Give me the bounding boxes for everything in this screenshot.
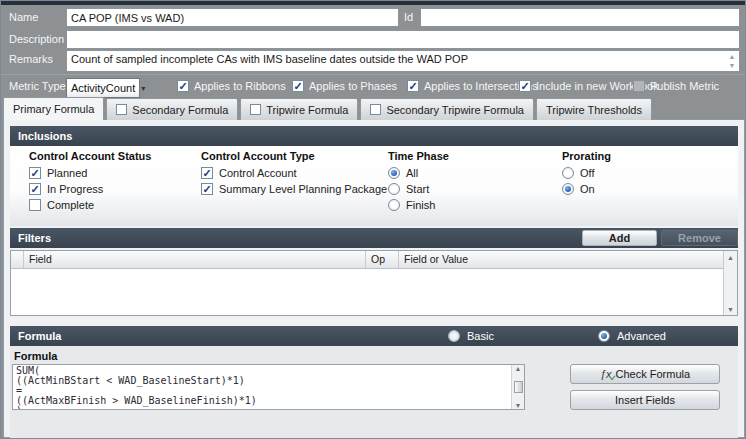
- flag-label: Applies to Phases: [309, 80, 397, 92]
- id-label: Id: [404, 11, 413, 23]
- tab-secondary-formula[interactable]: Secondary Formula: [106, 98, 238, 120]
- radio-icon[interactable]: [598, 330, 610, 342]
- formula-editor[interactable]: SUM( ((ActMinBStart < WAD_BaselineStart)…: [12, 364, 525, 410]
- option-finish[interactable]: Finish: [388, 198, 449, 212]
- checkbox-icon[interactable]: [633, 80, 645, 92]
- scroll-up-icon[interactable]: ▲: [515, 365, 522, 372]
- remarks-text: Count of sampled incomplete CAs with IMS…: [71, 53, 723, 65]
- description-input[interactable]: [66, 30, 740, 49]
- scroll-up-icon[interactable]: ▲: [727, 251, 734, 263]
- tab-secondary-tripwire-formula[interactable]: Secondary Tripwire Formula: [360, 98, 534, 120]
- flag-label: Applies to Ribbons: [194, 80, 286, 92]
- scroll-down-icon[interactable]: ▼: [515, 402, 522, 409]
- checkbox-icon[interactable]: [177, 80, 189, 92]
- tab-tripwire-thresholds[interactable]: Tripwire Thresholds: [536, 98, 652, 120]
- scroll-up-icon[interactable]: ▲: [729, 53, 736, 60]
- checkbox-icon[interactable]: [29, 167, 41, 179]
- flag-applies-to-phases[interactable]: Applies to Phases: [292, 80, 397, 92]
- option-all[interactable]: All: [388, 166, 449, 180]
- checkbox-icon[interactable]: [201, 167, 213, 179]
- tab-checkbox-icon[interactable]: [250, 104, 261, 115]
- remove-filter-button[interactable]: Remove: [661, 230, 738, 246]
- inclusions-header: Inclusions: [10, 126, 738, 146]
- scroll-down-icon[interactable]: ▼: [727, 303, 734, 315]
- group-control-account-status: Control Account Status Planned In Progre…: [29, 150, 151, 214]
- formula-tabs: Primary Formula Secondary Formula Tripwi…: [3, 97, 652, 120]
- inclusions-title: Inclusions: [18, 130, 72, 142]
- tab-label: Primary Formula: [13, 103, 94, 115]
- formula-header: Formula Basic Advanced: [10, 326, 738, 346]
- scroll-down-icon[interactable]: ▼: [729, 62, 736, 69]
- group-time-phase: Time Phase All Start Finish: [388, 150, 449, 214]
- inclusions-body: Control Account Status Planned In Progre…: [10, 146, 738, 226]
- tab-label: Secondary Formula: [132, 104, 228, 116]
- formula-body: Formula SUM( ((ActMinBStart < WAD_Baseli…: [10, 346, 738, 439]
- column-header-op[interactable]: Op: [366, 251, 399, 268]
- filters-grid: Field Op Field or Value ▲ ▼: [10, 250, 738, 316]
- option-off[interactable]: Off: [562, 166, 611, 180]
- radio-icon[interactable]: [388, 183, 400, 195]
- formula-scrollbar[interactable]: ▲ ▼: [511, 365, 524, 409]
- description-label: Description: [9, 33, 64, 45]
- remarks-field[interactable]: Count of sampled incomplete CAs with IMS…: [66, 50, 740, 72]
- filters-title: Filters: [18, 232, 51, 244]
- option-complete[interactable]: Complete: [29, 198, 151, 212]
- remarks-label: Remarks: [9, 53, 53, 65]
- option-control-account[interactable]: Control Account: [201, 166, 387, 180]
- fx-check-icon: ƒx✔: [600, 368, 612, 381]
- group-title: Prorating: [562, 150, 611, 162]
- flag-publish-metric[interactable]: Publish Metric: [633, 80, 719, 92]
- radio-icon[interactable]: [388, 199, 400, 211]
- group-control-account-type: Control Account Type Control Account Sum…: [201, 150, 387, 198]
- option-planned[interactable]: Planned: [29, 166, 151, 180]
- name-input[interactable]: [66, 8, 399, 27]
- scrollbar-thumb[interactable]: [514, 381, 523, 393]
- tab-label: Tripwire Thresholds: [546, 104, 642, 116]
- tab-label: Tripwire Formula: [266, 104, 348, 116]
- primary-formula-panel: Inclusions Control Account Status Planne…: [3, 119, 745, 438]
- column-header-field-or-value[interactable]: Field or Value: [399, 251, 737, 268]
- checkbox-icon[interactable]: [519, 80, 531, 92]
- metric-type-label: Metric Type: [9, 80, 66, 92]
- checkbox-icon[interactable]: [407, 80, 419, 92]
- tab-label: Secondary Tripwire Formula: [386, 104, 524, 116]
- radio-icon[interactable]: [388, 167, 400, 179]
- radio-icon[interactable]: [448, 330, 460, 342]
- option-on[interactable]: On: [562, 182, 611, 196]
- group-title: Control Account Status: [29, 150, 151, 162]
- formula-mode-basic[interactable]: Basic: [448, 330, 494, 342]
- radio-icon[interactable]: [562, 167, 574, 179]
- tab-checkbox-icon[interactable]: [116, 104, 127, 115]
- group-title: Time Phase: [388, 150, 449, 162]
- radio-icon[interactable]: [562, 183, 574, 195]
- dropdown-arrow-icon: ▾: [141, 84, 145, 93]
- formula-mode-advanced[interactable]: Advanced: [598, 330, 666, 342]
- remarks-scrollbar[interactable]: ▲ ▼: [725, 51, 739, 71]
- name-label: Name: [9, 11, 38, 23]
- flag-label: Publish Metric: [650, 80, 719, 92]
- row-selector-gutter: [11, 251, 24, 268]
- group-title: Control Account Type: [201, 150, 387, 162]
- column-header-field[interactable]: Field: [24, 251, 366, 268]
- check-formula-button[interactable]: ƒx✔ Check Formula: [570, 364, 720, 384]
- group-prorating: Prorating Off On: [562, 150, 611, 198]
- metric-type-value: ActivityCount: [71, 82, 135, 94]
- checkbox-icon[interactable]: [292, 80, 304, 92]
- filters-scrollbar[interactable]: ▲ ▼: [723, 251, 737, 315]
- checkbox-icon[interactable]: [201, 183, 213, 195]
- add-filter-button[interactable]: Add: [582, 230, 657, 246]
- insert-fields-button[interactable]: Insert Fields: [570, 390, 720, 410]
- checkbox-icon[interactable]: [29, 183, 41, 195]
- tab-checkbox-icon[interactable]: [370, 104, 381, 115]
- id-input[interactable]: [420, 8, 740, 27]
- option-start[interactable]: Start: [388, 182, 449, 196]
- option-summary-level-planning-package[interactable]: Summary Level Planning Package: [201, 182, 387, 196]
- formula-editor-label: Formula: [14, 350, 736, 362]
- checkbox-icon[interactable]: [29, 199, 41, 211]
- form-separator: [1, 74, 745, 75]
- tab-primary-formula[interactable]: Primary Formula: [3, 97, 104, 120]
- option-in-progress[interactable]: In Progress: [29, 182, 151, 196]
- metric-type-dropdown[interactable]: ActivityCount ▾: [66, 78, 140, 98]
- flag-applies-to-ribbons[interactable]: Applies to Ribbons: [177, 80, 286, 92]
- tab-tripwire-formula[interactable]: Tripwire Formula: [240, 98, 358, 120]
